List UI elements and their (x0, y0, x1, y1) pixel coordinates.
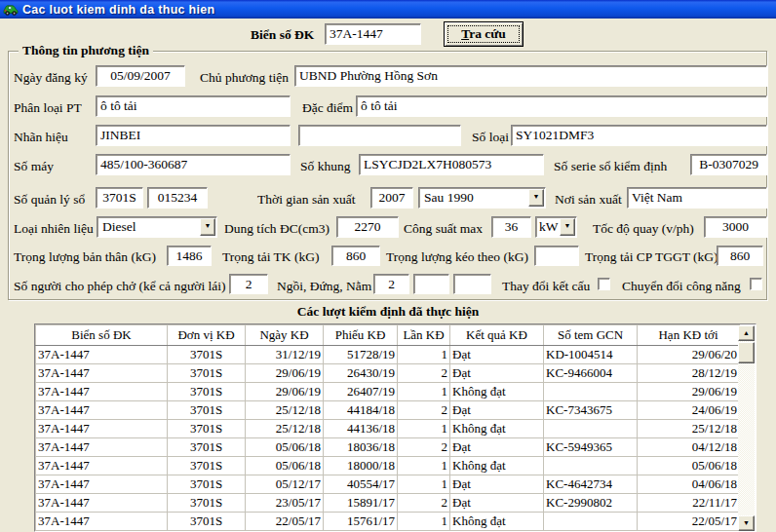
table-cell: 25/12/18 (638, 420, 740, 438)
scrollbar-thumb[interactable] (738, 342, 755, 363)
table-row[interactable]: 37A-14473701S25/12/1844136/181Không đạt2… (36, 420, 740, 438)
column-header[interactable]: Lần KĐ (398, 325, 450, 346)
scroll-up-icon[interactable]: ▲ (738, 325, 755, 341)
engine-no-input[interactable]: 485/100-360687 (96, 154, 291, 175)
vertical-scrollbar[interactable]: ▲ ▼ (738, 325, 755, 531)
column-header[interactable]: Ngày KĐ (246, 325, 324, 346)
brand-label: Nhãn hiệu (14, 130, 68, 144)
chevron-down-icon[interactable]: ▼ (200, 218, 215, 236)
permitted-load-input[interactable]: 860 (717, 246, 763, 266)
table-cell: 1 (398, 383, 450, 401)
positions-label: Ngồi, Đứng, Nằm (277, 279, 371, 293)
chassis-no-label: Số khung (300, 159, 350, 173)
table-row[interactable]: 37A-14473701S23/05/1715891/172ĐạtKC-2990… (36, 494, 740, 513)
positions-stand-input[interactable] (413, 274, 449, 294)
table-cell: Không đạt (450, 457, 544, 475)
table-cell: 29/06/19 (246, 383, 324, 401)
chevron-down-icon[interactable]: ▼ (528, 189, 544, 207)
table-cell: KC-4642734 (544, 475, 638, 494)
reg-date-input[interactable]: 05/09/2007 (96, 65, 185, 87)
table-cell: 2 (398, 401, 450, 420)
table-cell: 28/12/19 (638, 364, 740, 383)
table-row[interactable]: 37A-14473701S29/06/1926430/192ĐạtKC-9466… (36, 364, 740, 383)
towed-weight-input[interactable] (534, 246, 579, 266)
brand-input[interactable]: JINBEI (96, 125, 291, 146)
positions-sit-input[interactable]: 2 (373, 274, 409, 294)
table-cell: 2 (398, 494, 450, 513)
structure-change-label: Thay đổi kết cấu (502, 279, 590, 293)
brand-extra-input[interactable] (298, 125, 461, 146)
feature-label: Đặc điểm (302, 100, 353, 115)
column-header[interactable]: Biển số ĐK (36, 325, 168, 346)
table-cell: 37A-1447 (36, 438, 168, 457)
table-row[interactable]: 37A-14473701S22/05/1715761/171Không đạt2… (36, 513, 740, 531)
table-row[interactable]: 37A-14473701S25/12/1844184/182ĐạtKC-7343… (36, 401, 740, 420)
search-button-label: Tra cứu (461, 26, 506, 42)
model-input[interactable]: SY1021DMF3 (511, 125, 767, 146)
design-load-input[interactable]: 860 (331, 246, 380, 266)
table-cell: 22/11/17 (638, 494, 740, 513)
table-cell: Đạt (450, 475, 544, 494)
vehicle-info-group-title: Thông tin phương tiện (19, 43, 153, 58)
mgmt-no-input-1[interactable]: 3701S (96, 187, 143, 209)
table-cell: KC-7343675 (544, 401, 638, 420)
category-input[interactable]: ô tô tải (96, 95, 291, 117)
car-icon (3, 2, 19, 17)
table-cell (544, 420, 638, 438)
table-cell: Đạt (450, 401, 544, 420)
column-header[interactable]: Đơn vị KĐ (168, 325, 246, 346)
mgmt-no-label: Số quản lý sổ (14, 192, 85, 207)
max-power-input[interactable]: 36 (491, 216, 531, 238)
chevron-down-icon[interactable]: ▼ (560, 218, 575, 236)
plate-input[interactable]: 37A-1447 (325, 23, 421, 45)
table-cell: 51728/19 (324, 346, 398, 364)
table-cell: 15891/17 (324, 494, 398, 513)
mfg-year-input[interactable]: 2007 (370, 187, 413, 209)
table-cell: Đạt (450, 346, 544, 364)
feature-input[interactable]: ô tô tải (356, 95, 767, 117)
column-header[interactable]: Hạn KĐ tới (638, 325, 740, 346)
table-cell: 3701S (168, 383, 246, 401)
fuel-select[interactable]: Diesel ▼ (97, 216, 217, 238)
displacement-input[interactable]: 2270 (336, 216, 399, 238)
towed-weight-label: Trọng lượng kéo theo (kG) (386, 249, 528, 264)
column-header[interactable]: Phiếu KĐ (324, 325, 398, 346)
table-cell: 29/06/20 (638, 346, 740, 364)
structure-change-checkbox[interactable] (598, 278, 610, 290)
column-header[interactable]: Kết quả KĐ (450, 325, 544, 346)
table-cell: 26430/19 (324, 364, 398, 383)
table-cell: KD-1004514 (544, 346, 638, 364)
table-row[interactable]: 37A-14473701S31/12/1951728/191ĐạtKD-1004… (36, 346, 740, 364)
table-header: Biển số ĐKĐơn vị KĐNgày KĐPhiếu KĐLần KĐ… (36, 325, 740, 346)
mfg-time-label: Thời gian sản xuất (257, 192, 356, 207)
table-cell: 05/06/18 (246, 457, 324, 475)
mfg-period-select[interactable]: Sau 1990 ▼ (418, 187, 546, 209)
origin-input[interactable]: Việt Nam (627, 187, 767, 209)
column-header[interactable]: Số tem GCN (544, 325, 638, 346)
chassis-no-input[interactable]: LSYCJD2LX7H080573 (359, 154, 544, 175)
kerb-weight-input[interactable]: 1486 (167, 246, 212, 266)
table-row[interactable]: 37A-14473701S05/06/1818000/181Không đạt0… (36, 457, 740, 475)
scroll-down-icon[interactable]: ▼ (738, 515, 755, 531)
search-button[interactable]: Tra cứu (444, 21, 524, 47)
table-cell (544, 513, 638, 531)
table-row[interactable]: 37A-14473701S05/06/1818036/182ĐạtKC-5949… (36, 438, 740, 457)
table-cell: 22/05/17 (246, 513, 324, 531)
positions-lie-input[interactable] (453, 274, 491, 294)
table-cell: 04/06/18 (638, 475, 740, 494)
table-cell: 25/12/18 (246, 420, 324, 438)
table-cell: 1 (398, 457, 450, 475)
owner-input[interactable]: UBND Phường Hồng Sơn (294, 65, 767, 87)
function-change-checkbox[interactable] (750, 278, 762, 290)
rpm-input[interactable]: 3000 (704, 216, 767, 238)
serie-no-input[interactable]: B-0307029 (690, 154, 767, 175)
table-cell: 40554/17 (324, 475, 398, 494)
table-row[interactable]: 37A-14473701S29/06/1926407/191Không đạt2… (36, 383, 740, 401)
power-unit-select[interactable]: kW ▼ (535, 216, 577, 238)
plate-label: Biển số ĐK (251, 27, 314, 42)
mgmt-no-input-2[interactable]: 015234 (147, 187, 208, 209)
inspections-title: Các lượt kiểm định đã thực hiện (0, 304, 776, 320)
seats-input[interactable]: 2 (229, 274, 268, 294)
table-cell: Không đạt (450, 420, 544, 438)
table-row[interactable]: 37A-14473701S05/12/1740554/171ĐạtKC-4642… (36, 475, 740, 494)
